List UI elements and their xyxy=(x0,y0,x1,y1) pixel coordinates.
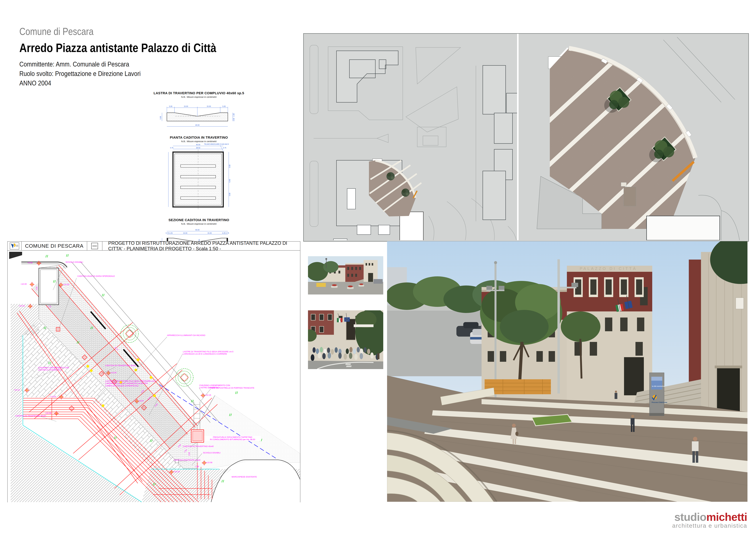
svg-text:5.00: 5.00 xyxy=(222,105,226,107)
svg-text:15.00: 15.00 xyxy=(207,232,212,234)
tree-symbol xyxy=(387,172,395,181)
drawing-lastra-title: LASTRA DI TRAVERTINO PER COMPLUVIO 40x60… xyxy=(153,91,245,95)
svg-text:6.40: 6.40 xyxy=(229,179,230,182)
totem-brand-text: Pescara CittàVicina xyxy=(652,401,667,403)
photomontage-render: PALAZZO DI CITTÀ xyxy=(387,241,747,502)
project-plan-panel: COMUNE DI PESCARA PROGETTO DI RISTRUTTUR… xyxy=(7,241,300,502)
site-plans-panel xyxy=(303,33,749,241)
page-title: Arredo Piazza antistante Palazzo di Citt… xyxy=(19,41,237,55)
photo-palazzo-existing xyxy=(308,256,383,295)
cad-plan-drawing: 2.50 1.75 14.13 0.40 0.40 0.40 2.00 2.48… xyxy=(8,251,300,502)
titleblock-client: COMUNE DI PESCARA xyxy=(22,241,87,250)
svg-text:1.50: 1.50 xyxy=(233,113,235,117)
drawing-sezione-title: SEZIONE CADITOIA IN TRAVERTINO xyxy=(153,218,245,222)
svg-text:2.48: 2.48 xyxy=(195,465,199,467)
logo-michetti: michetti xyxy=(706,511,747,523)
pianta-caditoia-drawing: 40.00 38.50 0.75 0.75 TELAIO ANGOLARE 5.… xyxy=(155,143,243,212)
svg-text:3.50: 3.50 xyxy=(233,118,235,121)
drawing-pianta-title: PIANTA CADITOIA IN TRAVERTINO xyxy=(153,136,245,140)
titleblock-project-title: PROGETTO DI RISTRUTTURAZIONE ARREDO PIAZ… xyxy=(102,241,300,250)
svg-text:15.00: 15.00 xyxy=(207,105,211,107)
titleblock: COMUNE DI PESCARA PROGETTO DI RISTRUTTUR… xyxy=(8,241,300,251)
anno-line: ANNO 2004 xyxy=(19,78,242,88)
logo-tagline: architettura e urbanistica xyxy=(672,523,747,528)
svg-text:4.25: 4.25 xyxy=(169,232,173,234)
urban-site-plan xyxy=(304,34,517,240)
svg-text:0.75: 0.75 xyxy=(226,232,229,234)
measure-note: N.B.: Misure espresse in centimetri xyxy=(153,140,245,143)
presentation-board: Comune di Pescara Arredo Piazza antistan… xyxy=(0,0,756,535)
svg-text:38.50: 38.50 xyxy=(196,147,200,149)
svg-text:0.75: 0.75 xyxy=(223,147,226,149)
svg-text:40.00: 40.00 xyxy=(196,144,200,146)
svg-text:15.00: 15.00 xyxy=(184,105,188,107)
measure-note: N.B.: Misure espresse in centimetri xyxy=(153,222,245,225)
svg-text:2.00: 2.00 xyxy=(188,452,190,456)
svg-text:2.50: 2.50 xyxy=(36,287,38,290)
header: Comune di Pescara Arredo Piazza antistan… xyxy=(19,26,279,88)
drawing-pianta: PIANTA CADITOIA IN TRAVERTINO N.B.: Misu… xyxy=(153,136,245,212)
svg-text:3.00: 3.00 xyxy=(229,165,230,168)
titleblock-symbol xyxy=(87,241,102,250)
svg-text:40.00: 40.00 xyxy=(195,124,200,126)
svg-text:15.00: 15.00 xyxy=(183,232,187,234)
svg-text:5.00: 5.00 xyxy=(169,105,172,107)
svg-text:0.75: 0.75 xyxy=(166,232,169,234)
pescara-logo xyxy=(8,241,22,250)
svg-text:3.00: 3.00 xyxy=(229,193,230,196)
client-name: Comune di Pescara xyxy=(19,26,237,37)
svg-text:5.00: 5.00 xyxy=(160,116,161,119)
building-sign: PALAZZO DI CITTÀ xyxy=(580,266,637,271)
svg-text:1.75: 1.75 xyxy=(47,306,51,308)
logo-studio: studio xyxy=(674,511,706,523)
lastra-section-drawing: 5.00 15.00 15.00 5.00 40.00 5.00 1.50 3.… xyxy=(155,98,243,129)
plans-divider xyxy=(517,34,519,240)
svg-text:40.00: 40.00 xyxy=(195,229,200,231)
svg-text:TELAIO ANGOLARE 5.0x5.0x0.5: TELAIO ANGOLARE 5.0x5.0x0.5 xyxy=(204,143,229,145)
totem-screen-text: la città nuovissima xyxy=(652,385,664,387)
studio-logo: studiomichetti architettura e urbanistic… xyxy=(672,512,747,528)
ruolo-line: Ruolo svolto: Progettazione e Direzione … xyxy=(19,69,242,78)
tree-symbol xyxy=(401,188,410,197)
photo-crowd-event xyxy=(308,310,383,369)
committente-line: Committente: Amm. Comunale di Pescara xyxy=(19,60,242,69)
piazza-detail-plan xyxy=(519,34,748,240)
orange-bench-wall xyxy=(485,379,551,394)
drawing-lastra: LASTRA DI TRAVERTINO PER COMPLUVIO 40x60… xyxy=(153,91,245,130)
measure-note: N.B.: Misure espresse in centimetri xyxy=(153,96,245,98)
person-steps xyxy=(615,391,617,399)
svg-text:4.25: 4.25 xyxy=(222,232,225,234)
building-footprint xyxy=(647,216,720,240)
svg-text:0.75: 0.75 xyxy=(170,147,173,149)
